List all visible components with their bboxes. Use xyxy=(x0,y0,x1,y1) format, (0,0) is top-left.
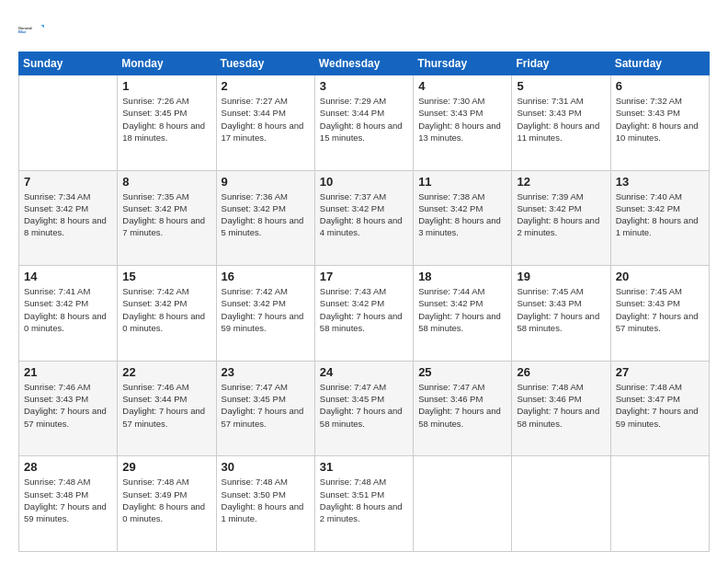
col-header-tuesday: Tuesday xyxy=(216,52,314,75)
calendar-cell: 31 Sunrise: 7:48 AMSunset: 3:51 PMDaylig… xyxy=(314,456,413,552)
calendar-cell: 26 Sunrise: 7:48 AMSunset: 3:46 PMDaylig… xyxy=(512,361,610,456)
day-number: 1 xyxy=(122,79,210,93)
day-number: 19 xyxy=(517,270,605,283)
logo-icon: General Blue xyxy=(18,17,44,42)
cell-info: Sunrise: 7:45 AMSunset: 3:43 PMDaylight:… xyxy=(616,285,704,334)
col-header-friday: Friday xyxy=(512,52,610,75)
day-number: 9 xyxy=(222,175,310,189)
cell-info: Sunrise: 7:45 AMSunset: 3:43 PMDaylight:… xyxy=(517,285,605,334)
cell-info: Sunrise: 7:31 AMSunset: 3:43 PMDaylight:… xyxy=(517,95,605,144)
cell-info: Sunrise: 7:46 AMSunset: 3:44 PMDaylight:… xyxy=(122,381,210,430)
logo: General Blue xyxy=(18,17,48,42)
header: General Blue xyxy=(18,17,710,42)
calendar-cell: 18 Sunrise: 7:44 AMSunset: 3:42 PMDaylig… xyxy=(414,266,512,362)
cell-info: Sunrise: 7:48 AMSunset: 3:46 PMDaylight:… xyxy=(517,381,605,430)
page: General Blue SundayMondayTuesdayWednesda… xyxy=(0,0,728,563)
calendar-cell: 7 Sunrise: 7:34 AMSunset: 3:42 PMDayligh… xyxy=(19,170,118,266)
day-number: 14 xyxy=(24,270,112,283)
week-row-4: 21 Sunrise: 7:46 AMSunset: 3:43 PMDaylig… xyxy=(19,361,710,456)
calendar-cell: 13 Sunrise: 7:40 AMSunset: 3:42 PMDaylig… xyxy=(610,170,709,266)
day-number: 31 xyxy=(320,460,408,474)
cell-info: Sunrise: 7:37 AMSunset: 3:42 PMDaylight:… xyxy=(320,190,408,239)
cell-info: Sunrise: 7:46 AMSunset: 3:43 PMDaylight:… xyxy=(24,381,112,430)
cell-info: Sunrise: 7:39 AMSunset: 3:42 PMDaylight:… xyxy=(517,190,605,239)
col-header-thursday: Thursday xyxy=(414,52,512,75)
calendar-cell: 9 Sunrise: 7:36 AMSunset: 3:42 PMDayligh… xyxy=(216,170,314,266)
calendar-cell: 8 Sunrise: 7:35 AMSunset: 3:42 PMDayligh… xyxy=(118,170,216,266)
col-header-monday: Monday xyxy=(118,52,216,75)
day-number: 10 xyxy=(320,175,408,189)
week-row-3: 14 Sunrise: 7:41 AMSunset: 3:42 PMDaylig… xyxy=(19,266,710,362)
calendar-cell: 25 Sunrise: 7:47 AMSunset: 3:46 PMDaylig… xyxy=(414,361,512,456)
day-number: 21 xyxy=(24,365,112,379)
calendar-cell: 19 Sunrise: 7:45 AMSunset: 3:43 PMDaylig… xyxy=(512,266,610,362)
calendar-cell: 16 Sunrise: 7:42 AMSunset: 3:42 PMDaylig… xyxy=(216,266,314,362)
week-row-2: 7 Sunrise: 7:34 AMSunset: 3:42 PMDayligh… xyxy=(19,170,710,266)
day-number: 4 xyxy=(418,79,506,93)
cell-info: Sunrise: 7:43 AMSunset: 3:42 PMDaylight:… xyxy=(320,285,408,334)
col-header-saturday: Saturday xyxy=(610,52,709,75)
cell-info: Sunrise: 7:48 AMSunset: 3:50 PMDaylight:… xyxy=(222,476,310,524)
cell-info: Sunrise: 7:48 AMSunset: 3:47 PMDaylight:… xyxy=(616,381,704,430)
cell-info: Sunrise: 7:42 AMSunset: 3:42 PMDaylight:… xyxy=(122,285,210,334)
cell-info: Sunrise: 7:38 AMSunset: 3:42 PMDaylight:… xyxy=(418,190,506,239)
calendar-cell: 30 Sunrise: 7:48 AMSunset: 3:50 PMDaylig… xyxy=(216,456,314,552)
calendar-cell: 21 Sunrise: 7:46 AMSunset: 3:43 PMDaylig… xyxy=(19,361,118,456)
calendar-cell: 20 Sunrise: 7:45 AMSunset: 3:43 PMDaylig… xyxy=(610,266,709,362)
calendar-cell: 5 Sunrise: 7:31 AMSunset: 3:43 PMDayligh… xyxy=(512,75,610,171)
cell-info: Sunrise: 7:34 AMSunset: 3:42 PMDaylight:… xyxy=(24,190,112,239)
calendar-cell: 23 Sunrise: 7:47 AMSunset: 3:45 PMDaylig… xyxy=(216,361,314,456)
day-number: 27 xyxy=(616,365,704,379)
calendar-cell: 6 Sunrise: 7:32 AMSunset: 3:43 PMDayligh… xyxy=(610,75,709,171)
calendar-cell: 22 Sunrise: 7:46 AMSunset: 3:44 PMDaylig… xyxy=(118,361,216,456)
day-number: 13 xyxy=(616,175,704,189)
day-number: 11 xyxy=(418,175,506,189)
calendar-cell xyxy=(512,456,610,552)
svg-text:Blue: Blue xyxy=(18,29,27,34)
day-number: 18 xyxy=(418,270,506,283)
day-number: 30 xyxy=(222,460,310,474)
day-number: 12 xyxy=(517,175,605,189)
cell-info: Sunrise: 7:42 AMSunset: 3:42 PMDaylight:… xyxy=(222,285,310,334)
calendar-cell xyxy=(19,75,118,171)
day-number: 22 xyxy=(122,365,210,379)
cell-info: Sunrise: 7:48 AMSunset: 3:49 PMDaylight:… xyxy=(122,476,210,524)
day-number: 5 xyxy=(517,79,605,93)
calendar-cell: 3 Sunrise: 7:29 AMSunset: 3:44 PMDayligh… xyxy=(314,75,413,171)
svg-marker-2 xyxy=(40,25,44,29)
day-number: 3 xyxy=(320,79,408,93)
week-row-1: 1 Sunrise: 7:26 AMSunset: 3:45 PMDayligh… xyxy=(19,75,710,171)
day-number: 15 xyxy=(122,270,210,283)
day-number: 28 xyxy=(24,460,112,474)
calendar-cell: 11 Sunrise: 7:38 AMSunset: 3:42 PMDaylig… xyxy=(414,170,512,266)
cell-info: Sunrise: 7:32 AMSunset: 3:43 PMDaylight:… xyxy=(616,95,704,144)
day-number: 17 xyxy=(320,270,408,283)
cell-info: Sunrise: 7:27 AMSunset: 3:44 PMDaylight:… xyxy=(222,95,310,144)
calendar-table: SundayMondayTuesdayWednesdayThursdayFrid… xyxy=(18,52,710,552)
day-number: 7 xyxy=(24,175,112,189)
cell-info: Sunrise: 7:40 AMSunset: 3:42 PMDaylight:… xyxy=(616,190,704,239)
calendar-cell: 2 Sunrise: 7:27 AMSunset: 3:44 PMDayligh… xyxy=(216,75,314,171)
day-number: 29 xyxy=(122,460,210,474)
cell-info: Sunrise: 7:48 AMSunset: 3:48 PMDaylight:… xyxy=(24,476,112,524)
calendar-cell: 14 Sunrise: 7:41 AMSunset: 3:42 PMDaylig… xyxy=(19,266,118,362)
cell-info: Sunrise: 7:44 AMSunset: 3:42 PMDaylight:… xyxy=(418,285,506,334)
day-number: 25 xyxy=(418,365,506,379)
calendar-cell: 12 Sunrise: 7:39 AMSunset: 3:42 PMDaylig… xyxy=(512,170,610,266)
cell-info: Sunrise: 7:30 AMSunset: 3:43 PMDaylight:… xyxy=(418,95,506,144)
calendar-header-row: SundayMondayTuesdayWednesdayThursdayFrid… xyxy=(19,52,710,75)
calendar-cell: 17 Sunrise: 7:43 AMSunset: 3:42 PMDaylig… xyxy=(314,266,413,362)
calendar-cell: 27 Sunrise: 7:48 AMSunset: 3:47 PMDaylig… xyxy=(610,361,709,456)
calendar-cell: 10 Sunrise: 7:37 AMSunset: 3:42 PMDaylig… xyxy=(314,170,413,266)
cell-info: Sunrise: 7:47 AMSunset: 3:46 PMDaylight:… xyxy=(418,381,506,430)
calendar-cell: 24 Sunrise: 7:47 AMSunset: 3:45 PMDaylig… xyxy=(314,361,413,456)
day-number: 8 xyxy=(122,175,210,189)
cell-info: Sunrise: 7:47 AMSunset: 3:45 PMDaylight:… xyxy=(320,381,408,430)
cell-info: Sunrise: 7:36 AMSunset: 3:42 PMDaylight:… xyxy=(222,190,310,239)
calendar-cell xyxy=(414,456,512,552)
cell-info: Sunrise: 7:48 AMSunset: 3:51 PMDaylight:… xyxy=(320,476,408,524)
cell-info: Sunrise: 7:29 AMSunset: 3:44 PMDaylight:… xyxy=(320,95,408,144)
calendar-cell: 4 Sunrise: 7:30 AMSunset: 3:43 PMDayligh… xyxy=(414,75,512,171)
day-number: 2 xyxy=(222,79,310,93)
day-number: 24 xyxy=(320,365,408,379)
